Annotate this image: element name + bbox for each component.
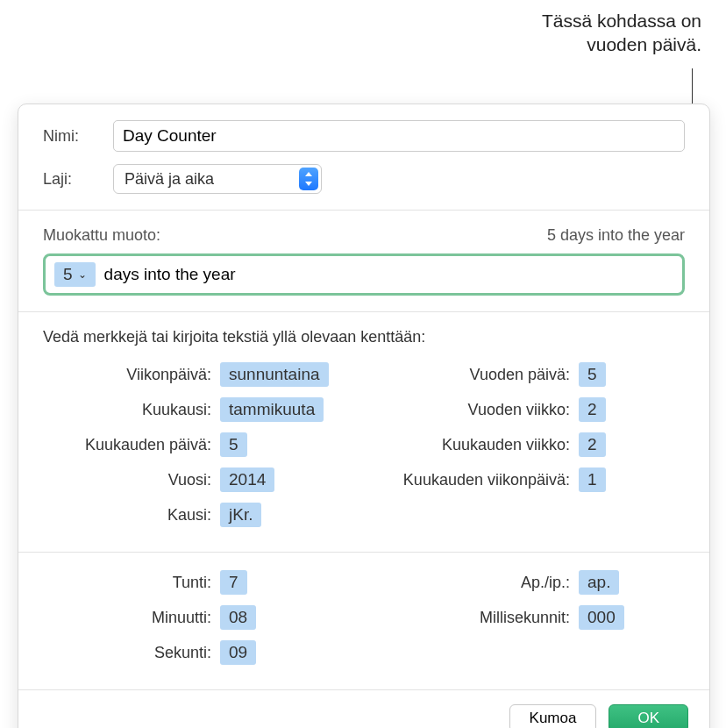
- format-section: Muokattu muoto: 5 days into the year 5 ⌄: [18, 210, 709, 311]
- week-of-year-label: Vuoden viikko:: [377, 401, 579, 419]
- name-label: Nimi:: [43, 127, 103, 146]
- year-token[interactable]: 2014: [220, 467, 274, 492]
- format-token-day-of-year[interactable]: 5 ⌄: [54, 262, 96, 287]
- day-of-year-label: Vuoden päivä:: [377, 366, 579, 384]
- second-label: Sekunti:: [43, 644, 220, 662]
- instruction-label: Vedä merkkejä tai kirjoita tekstiä yllä …: [43, 328, 685, 346]
- format-text-input[interactable]: [104, 265, 673, 284]
- minute-token[interactable]: 08: [220, 605, 256, 630]
- name-input[interactable]: [113, 120, 685, 152]
- weekday-of-month-token[interactable]: 1: [579, 467, 606, 492]
- chevron-down-icon: ⌄: [78, 268, 87, 281]
- week-of-month-label: Kuukauden viikko:: [377, 436, 579, 454]
- minute-label: Minuutti:: [43, 609, 220, 627]
- date-tokens-right: Vuoden päivä:5 Vuoden viikko:2 Kuukauden…: [377, 360, 685, 536]
- type-label: Laji:: [43, 170, 103, 189]
- chevron-updown-icon: [299, 168, 318, 190]
- format-field[interactable]: 5 ⌄: [43, 253, 685, 296]
- dialog-footer: Kumoa OK: [18, 689, 709, 728]
- format-token-value: 5: [63, 265, 73, 284]
- header-section: Nimi: Laji: Päivä ja aika: [18, 104, 709, 210]
- format-dialog: Nimi: Laji: Päivä ja aika Muokattu muoto…: [18, 103, 710, 728]
- weekday-token[interactable]: sunnuntaina: [220, 362, 329, 387]
- second-token[interactable]: 09: [220, 640, 256, 665]
- ampm-label: Ap./ip.:: [377, 574, 579, 592]
- week-of-month-token[interactable]: 2: [579, 432, 606, 457]
- day-of-month-token[interactable]: 5: [220, 432, 247, 457]
- callout-line-1: Tässä kohdassa on: [542, 11, 701, 31]
- date-tokens-left: Viikonpäivä:sunnuntaina Kuukausi:tammiku…: [43, 360, 351, 536]
- era-token[interactable]: jKr.: [220, 503, 261, 527]
- time-tokens-right: Ap./ip.:ap. Millisekunnit:000: [377, 568, 685, 674]
- year-label: Vuosi:: [43, 471, 220, 489]
- cancel-button[interactable]: Kumoa: [509, 704, 597, 728]
- weekday-of-month-label: Kuukauden viikonpäivä:: [377, 471, 579, 489]
- month-label: Kuukausi:: [43, 401, 220, 419]
- era-label: Kausi:: [43, 506, 220, 525]
- custom-format-label: Muokattu muoto:: [43, 226, 160, 245]
- callout-line-2: vuoden päivä.: [587, 34, 701, 54]
- day-of-year-token[interactable]: 5: [579, 362, 606, 387]
- time-tokens-section: Tunti:7 Minuutti:08 Sekunti:09 Ap./ip.:a…: [18, 552, 709, 689]
- type-select[interactable]: Päivä ja aika: [113, 164, 322, 194]
- ok-button[interactable]: OK: [609, 704, 688, 728]
- hour-token[interactable]: 7: [220, 570, 247, 595]
- type-select-value: Päivä ja aika: [114, 170, 299, 189]
- weekday-label: Viikonpäivä:: [43, 366, 220, 384]
- day-of-month-label: Kuukauden päivä:: [43, 436, 220, 454]
- callout-annotation: Tässä kohdassa on vuoden päivä.: [542, 9, 701, 57]
- date-tokens-section: Vedä merkkejä tai kirjoita tekstiä yllä …: [18, 311, 709, 552]
- week-of-year-token[interactable]: 2: [579, 397, 606, 422]
- time-tokens-left: Tunti:7 Minuutti:08 Sekunti:09: [43, 568, 351, 674]
- ampm-token[interactable]: ap.: [579, 570, 619, 595]
- millisecond-label: Millisekunnit:: [377, 609, 579, 627]
- format-preview: 5 days into the year: [547, 226, 685, 245]
- millisecond-token[interactable]: 000: [579, 605, 624, 630]
- month-token[interactable]: tammikuuta: [220, 397, 324, 422]
- hour-label: Tunti:: [43, 574, 220, 592]
